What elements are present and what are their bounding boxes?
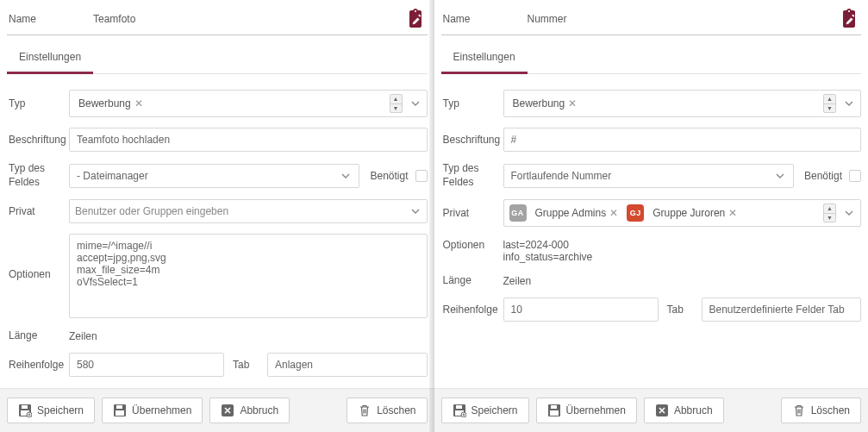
value-name: Teamfoto [93,13,403,25]
save-new-icon [453,404,466,417]
stepper-icon[interactable]: ▲▼ [823,94,836,113]
label-beschriftung: Beschriftung [441,134,503,146]
label-typ: Typ [7,97,69,110]
loeschen-button[interactable]: Löschen [781,398,861,423]
clipboard-edit-icon[interactable] [837,7,861,31]
label-typ: Typ [441,97,503,110]
chevron-down-icon [340,173,352,178]
feldtyp-select[interactable]: - Dateimanager [69,164,359,188]
save-new-icon [18,404,32,417]
trash-icon [792,404,806,417]
group-badge: GJ [627,204,644,222]
label-laenge: Länge [7,329,69,341]
chip-remove-icon[interactable]: ✕ [568,97,577,110]
optionen-text: last=2024-000 info_status=archive [503,237,862,263]
chip-remove-icon[interactable]: ✕ [728,207,737,219]
speichern-button[interactable]: Speichern [7,398,95,423]
benoetigt-checkbox[interactable] [849,170,861,182]
svg-rect-9 [456,405,462,409]
label-beschriftung: Beschriftung [7,134,69,146]
label-reihenfolge: Reihenfolge [7,359,69,371]
label-optionen: Optionen [7,234,69,280]
chevron-down-icon[interactable] [409,209,422,214]
label-name: Name [441,13,528,25]
beschriftung-input[interactable] [503,128,862,152]
privat-chip: Gruppe Juroren ✕ [649,205,740,221]
benoetigt-checkbox[interactable] [415,170,428,182]
close-icon [221,404,234,417]
optionen-textarea[interactable] [69,234,428,318]
label-name: Name [7,13,93,25]
tab-settings[interactable]: Einstellungen [441,44,528,74]
uebernehmen-button[interactable]: Übernehmen [102,398,203,423]
feldtyp-select[interactable]: Fortlaufende Nummer [503,164,794,188]
privat-multiselect[interactable]: Benutzer oder Gruppen eingeben [69,199,428,223]
chevron-down-icon[interactable] [843,210,855,216]
footer-right: Speichern Übernehmen Abbruch Löschen [434,388,869,432]
svg-rect-1 [22,405,28,409]
group-badge: GA [509,204,527,222]
label-privat: Privat [441,207,503,219]
label-tab: Tab [233,359,259,371]
label-zeilen: Zeilen [503,273,862,287]
svg-rect-14 [550,410,559,416]
trash-icon [358,404,372,417]
label-benoetigt: Benötigt [804,170,842,182]
uebernehmen-button[interactable]: Übernehmen [536,398,637,423]
save-icon [113,404,127,417]
privat-multiselect[interactable]: GA Gruppe Admins ✕ GJ Gruppe Juroren ✕ [503,199,862,227]
reihenfolge-input[interactable] [69,353,224,377]
value-name: Nummer [528,13,838,25]
tab-input[interactable] [267,353,428,377]
chip-remove-icon[interactable]: ✕ [609,207,618,219]
label-privat: Privat [7,205,69,217]
stepper-icon[interactable]: ▲▼ [823,203,836,222]
privat-chip: Gruppe Admins ✕ [532,205,622,221]
typ-multiselect[interactable]: Bewerbung ✕ ▲▼ [503,90,862,117]
chip-remove-icon[interactable]: ✕ [134,97,143,110]
typ-multiselect[interactable]: Bewerbung ✕ ▲▼ [69,90,428,117]
label-tab: Tab [667,304,693,316]
chevron-down-icon[interactable] [843,101,855,106]
abbruch-button[interactable]: Abbruch [209,398,290,423]
clipboard-edit-icon[interactable] [403,7,428,31]
typ-chip: Bewerbung ✕ [509,96,581,111]
label-reihenfolge: Reihenfolge [441,304,503,316]
svg-rect-5 [116,405,122,409]
label-optionen: Optionen [441,237,503,251]
svg-rect-6 [116,410,124,416]
label-feldtyp: Typ des Feldes [441,162,503,189]
chevron-down-icon[interactable] [409,101,422,106]
pane-left: Name Teamfoto Einstellungen Typ Bew [0,0,434,432]
beschriftung-input[interactable] [69,128,428,152]
tab-settings[interactable]: Einstellungen [7,44,93,74]
speichern-button[interactable]: Speichern [441,398,529,423]
pane-right: Name Nummer Einstellungen Typ Bewer [434,0,869,432]
typ-chip: Bewerbung ✕ [75,96,147,111]
label-laenge: Länge [441,274,503,286]
reihenfolge-input[interactable] [503,297,659,322]
close-icon [655,404,669,417]
label-zeilen: Zeilen [69,329,428,342]
loeschen-button[interactable]: Löschen [347,398,427,423]
svg-rect-13 [551,405,557,409]
stepper-icon[interactable]: ▲▼ [390,94,403,113]
chevron-down-icon [774,173,786,178]
abbruch-button[interactable]: Abbruch [644,398,724,423]
label-feldtyp: Typ des Feldes [7,162,69,189]
label-benoetigt: Benötigt [370,170,408,182]
save-icon [547,404,561,417]
footer-left: Speichern Übernehmen Abbruch Löschen [0,388,434,432]
tab-input[interactable] [702,297,862,322]
